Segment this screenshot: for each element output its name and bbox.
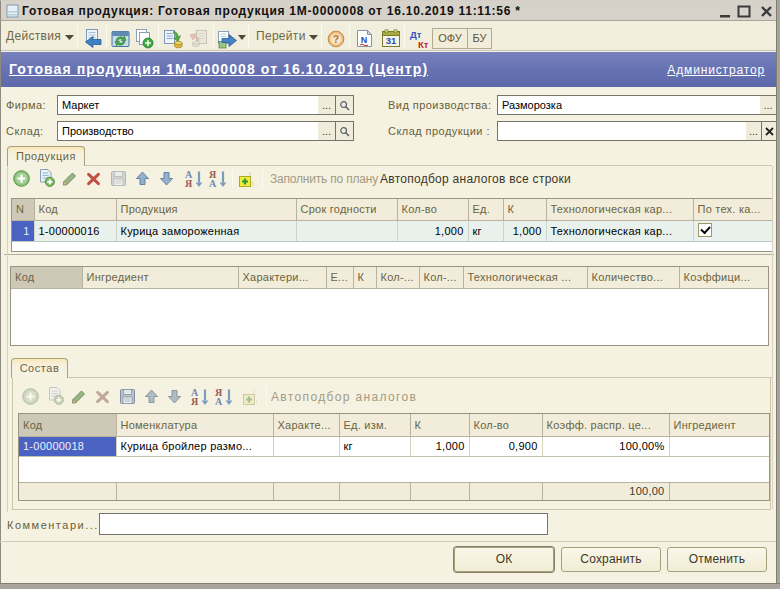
svg-text:N: N — [361, 35, 368, 45]
svg-text:31: 31 — [386, 35, 397, 46]
svg-text:Кт: Кт — [418, 39, 429, 50]
svg-text:?: ? — [333, 33, 339, 45]
